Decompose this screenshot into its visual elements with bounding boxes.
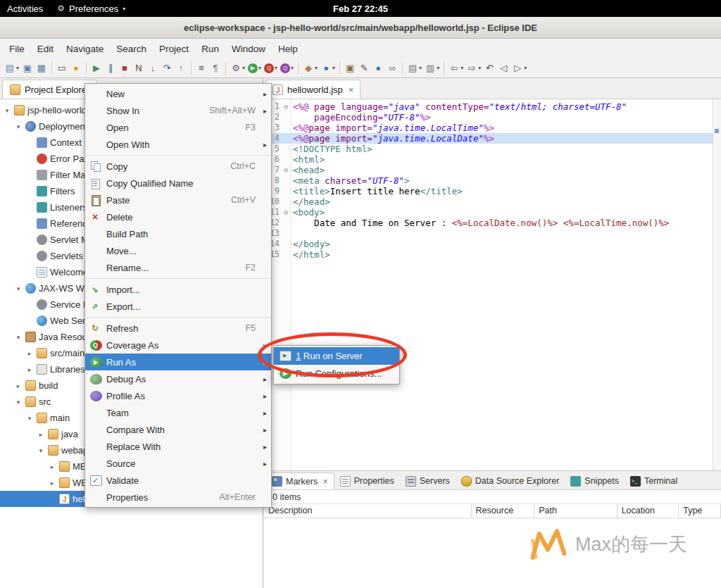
menu-window[interactable]: Window xyxy=(225,41,272,57)
tab-servers[interactable]: Servers xyxy=(400,473,456,489)
toolbar-next-button[interactable]: ▷▾ xyxy=(510,60,528,77)
code-text[interactable]: <meta charset="UTF-8"> xyxy=(291,175,410,186)
context-menu-item-build-path[interactable]: Build Path xyxy=(85,225,271,242)
toolbar-search-button[interactable]: ● xyxy=(69,60,83,77)
toolbar-open-web-button[interactable]: ● xyxy=(371,60,385,77)
toolbar-console-button[interactable]: ▭ xyxy=(55,60,69,77)
toolbar-step-return-button[interactable]: ↑ xyxy=(174,60,188,77)
toolbar-link-editor-button[interactable]: ∞ xyxy=(385,60,399,77)
context-menu-item-copy[interactable]: CopyCtrl+C xyxy=(85,158,271,175)
context-menu-item-profile-as[interactable]: Profile As▸ xyxy=(85,387,271,404)
toolbar-prev-button[interactable]: ◁ xyxy=(496,60,510,77)
context-menu-item-import[interactable]: Import... xyxy=(85,281,271,298)
column-header-description[interactable]: Description xyxy=(264,504,472,518)
toolbar-forward-button[interactable]: ⇨▾ xyxy=(465,60,482,77)
toolbar-annotate-button[interactable]: ✎ xyxy=(357,60,371,77)
activities-button[interactable]: Activities xyxy=(0,0,50,17)
collapse-arrow-icon[interactable]: ▾ xyxy=(14,334,23,341)
code-text[interactable]: <title>Insert title here</title> xyxy=(291,186,463,196)
close-icon[interactable]: × xyxy=(349,85,354,95)
toolbar-relaunch-button[interactable]: N xyxy=(132,60,146,77)
overview-ruler[interactable] xyxy=(713,99,721,470)
toolbar-resume-button[interactable]: ▶ xyxy=(89,60,104,77)
toolbar-suspend-button[interactable]: ∥ xyxy=(104,60,118,77)
code-text[interactable]: <body> xyxy=(291,207,325,218)
expand-arrow-icon[interactable]: ▸ xyxy=(25,366,34,373)
context-menu-item-paste[interactable]: PasteCtrl+V xyxy=(85,192,271,208)
menu-run[interactable]: Run xyxy=(195,41,225,57)
context-menu-item-source[interactable]: Source▸ xyxy=(85,455,271,472)
toolbar-save-all-button[interactable]: ▦ xyxy=(35,60,49,77)
context-menu-item-team[interactable]: Team▸ xyxy=(85,404,271,421)
toolbar-step-over-button[interactable]: ↷ xyxy=(160,60,174,77)
tab-project-explorer[interactable]: Project Explorer xyxy=(2,80,97,99)
code-text[interactable]: <%@page import="java.time.LocalTime"%> xyxy=(291,123,494,133)
close-icon[interactable]: × xyxy=(322,476,328,487)
code-text[interactable]: </html> xyxy=(291,249,330,260)
column-header-path[interactable]: Path xyxy=(534,504,617,518)
code-text[interactable]: <%@ page language="java" contentType="te… xyxy=(291,101,627,112)
context-menu-item-compare-with[interactable]: Compare With▸ xyxy=(85,421,271,438)
menu-help[interactable]: Help xyxy=(272,41,304,57)
menu-navigate[interactable]: Navigate xyxy=(60,41,110,57)
collapse-arrow-icon[interactable]: ▾ xyxy=(14,285,23,292)
tab-data-source-explorer[interactable]: Data Source Explorer xyxy=(456,473,565,489)
clock[interactable]: Feb 27 22:45 xyxy=(333,4,388,14)
menu-project[interactable]: Project xyxy=(153,41,195,57)
collapse-arrow-icon[interactable]: ▾ xyxy=(3,107,11,114)
context-menu-item-debug-as[interactable]: Debug As▸ xyxy=(85,370,271,387)
code-text[interactable]: <head> xyxy=(291,165,325,175)
context-menu-item-replace-with[interactable]: Replace With▸ xyxy=(85,438,271,455)
toolbar-back-button[interactable]: ⇦▾ xyxy=(447,60,465,77)
expand-arrow-icon[interactable]: ▸ xyxy=(37,431,45,438)
column-header-type[interactable]: Type xyxy=(679,504,721,518)
submenu-item-1-run-on-server[interactable]: 1 Run on Server xyxy=(274,347,399,365)
toolbar-external-tools-button[interactable]: ⚙▾ xyxy=(229,60,246,77)
context-menu-item-validate[interactable]: Validate xyxy=(85,472,271,489)
code-text[interactable]: <!DOCTYPE html> xyxy=(291,144,372,154)
context-menu-item-show-in[interactable]: Show InShift+Alt+W▸ xyxy=(85,102,271,119)
toolbar-new-web-button[interactable]: ◆▾ xyxy=(301,60,319,77)
toolbar-mark-occurrences-button[interactable]: ≡ xyxy=(194,60,208,77)
expand-arrow-icon[interactable]: ▸ xyxy=(25,350,34,357)
expand-arrow-icon[interactable]: ▸ xyxy=(48,480,56,487)
fold-collapse-icon[interactable]: ⊖ xyxy=(281,165,291,175)
code-text[interactable]: </head> xyxy=(291,196,330,207)
fold-collapse-icon[interactable]: ⊖ xyxy=(281,207,291,218)
toolbar-show-whitespace-button[interactable]: ¶ xyxy=(208,60,222,77)
toolbar-bookmark-button[interactable]: ▥▾ xyxy=(423,60,441,77)
code-text[interactable]: </body> xyxy=(291,239,330,249)
code-editor[interactable]: 1⊖<%@ page language="java" contentType="… xyxy=(264,99,721,470)
expand-arrow-icon[interactable]: ▸ xyxy=(48,463,56,470)
toolbar-pin-editor-button[interactable]: ▤▾ xyxy=(406,60,423,77)
context-menu-item-rename[interactable]: Rename...F2 xyxy=(85,259,271,276)
menu-edit[interactable]: Edit xyxy=(31,41,60,57)
tab-snippets[interactable]: Snippets xyxy=(565,473,625,489)
context-menu-item-properties[interactable]: PropertiesAlt+Enter xyxy=(85,489,271,506)
toolbar-step-into-button[interactable]: ↓ xyxy=(146,60,160,77)
context-menu-item-delete[interactable]: Delete xyxy=(85,208,271,225)
toolbar-package-button[interactable]: ▣ xyxy=(343,60,357,77)
menu-file[interactable]: File xyxy=(3,41,31,57)
toolbar-save-button[interactable]: ▣ xyxy=(20,60,35,77)
collapse-arrow-icon[interactable]: ▾ xyxy=(37,447,45,454)
tab-markers[interactable]: Markers× xyxy=(265,473,334,489)
column-header-resource[interactable]: Resource xyxy=(472,504,535,518)
tab-terminal[interactable]: Terminal xyxy=(625,473,683,489)
code-text[interactable]: <%@page import="java.time.LocalDate"%> xyxy=(291,133,494,144)
context-menu-item-open-with[interactable]: Open With▸ xyxy=(85,136,271,153)
context-menu-item-new[interactable]: New▸ xyxy=(85,85,271,102)
tab-properties[interactable]: Properties xyxy=(334,473,400,489)
context-menu-item-run-as[interactable]: Run As▸ xyxy=(85,354,271,370)
code-text[interactable] xyxy=(291,228,293,239)
column-header-location[interactable]: Location xyxy=(617,504,679,518)
toolbar-new-wizard-button[interactable]: ▤▾ xyxy=(3,60,20,77)
expand-arrow-icon[interactable]: ▸ xyxy=(14,382,23,389)
code-text[interactable]: Date and Time on Server : <%=LocalDate.n… xyxy=(291,218,669,228)
context-menu-item-copy-qualified-name[interactable]: Copy Qualified Name xyxy=(85,175,271,192)
toolbar-last-edit-button[interactable]: ↶ xyxy=(482,60,496,77)
tab-helloworld-jsp[interactable]: helloworld.jsp × xyxy=(265,80,360,99)
collapse-arrow-icon[interactable]: ▾ xyxy=(14,399,23,406)
context-menu-item-coverage-as[interactable]: Coverage As▸ xyxy=(85,337,271,354)
toolbar-web-browser-button[interactable]: ●▾ xyxy=(319,60,337,77)
